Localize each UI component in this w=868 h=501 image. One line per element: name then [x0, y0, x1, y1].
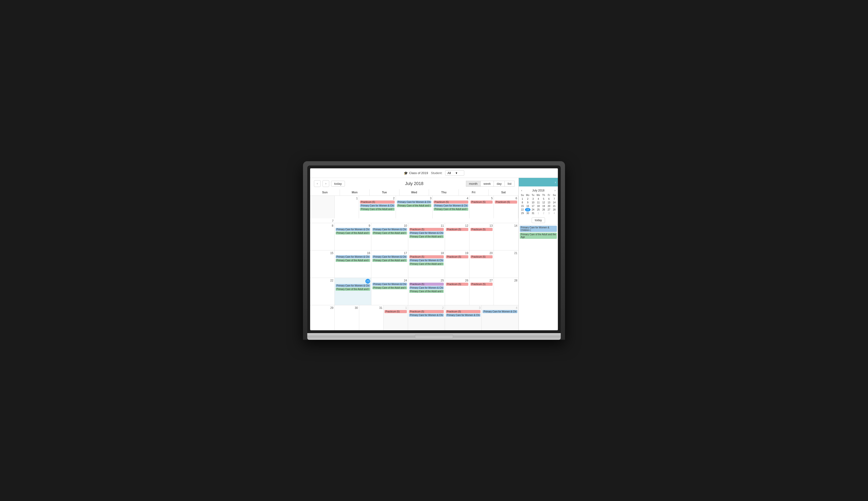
day-cell-w4d5[interactable]: 3Practicum (5)Primary Care for Women & C…	[445, 305, 482, 330]
view-list-btn[interactable]: list	[505, 181, 515, 187]
day-cell-w0d0[interactable]	[310, 196, 335, 218]
mini-day-w0d5[interactable]: 6	[546, 197, 551, 201]
day-cell-w4d6[interactable]: 4Primary Care for Women & Chi	[481, 305, 518, 330]
mini-day-w0d4[interactable]: 5	[541, 197, 546, 201]
event-w0d3-0[interactable]: Primary Care for Women & Chi	[397, 201, 432, 204]
mini-day-w4d6[interactable]: 4	[552, 212, 557, 215]
student-dropdown[interactable]: All ▾	[445, 170, 464, 176]
day-cell-w4d0[interactable]: 29	[310, 305, 335, 330]
day-cell-w4d2[interactable]: 31	[359, 305, 384, 330]
day-cell-w0d6[interactable]: 6Practicum (5)	[494, 196, 518, 218]
event-w3d2-0[interactable]: Primary Care for Women & Chi	[372, 283, 407, 286]
event-w0d2-0[interactable]: Practicum (5)	[360, 201, 395, 204]
today-btn[interactable]: today	[331, 181, 345, 187]
event-w0d4-0[interactable]: Practicum (5)	[434, 201, 468, 204]
day-cell-w0d3[interactable]: 3Primary Care for Women & ChiPrimary Car…	[396, 196, 433, 218]
event-w3d1-1[interactable]: Primary Care of the Adult and t	[336, 288, 370, 291]
right-panel-chevron[interactable]: ›	[555, 180, 556, 184]
event-w3d3-0[interactable]: Practicum (5)	[409, 283, 444, 286]
day-cell-w1d3[interactable]: 11Practicum (5)Primary Care for Women & …	[408, 223, 445, 250]
mini-day-w4d2[interactable]: 31	[530, 212, 536, 215]
day-cell-w2d5[interactable]: 20Practicum (5)	[469, 250, 494, 278]
day-cell-w2d3[interactable]: 18Practicum (5)Primary Care for Women & …	[408, 250, 445, 278]
event-w2d2-0[interactable]: Primary Care for Women & Chi	[372, 255, 407, 258]
mini-day-w2d0[interactable]: 15	[520, 204, 525, 208]
mini-day-w3d5[interactable]: 27	[546, 208, 551, 212]
day-cell-w3d5[interactable]: 27Practicum (5)	[469, 278, 494, 305]
mini-today-btn[interactable]: today	[532, 217, 545, 223]
mini-day-w3d2[interactable]: 24	[530, 208, 536, 212]
mini-day-w2d4[interactable]: 19	[541, 204, 546, 208]
day-cell-w4d1[interactable]: 30	[335, 305, 359, 330]
event-w1d3-0[interactable]: Practicum (5)	[409, 228, 444, 231]
event-w4d4-1[interactable]: Primary Care for Women & Chi	[409, 313, 444, 317]
mini-day-w3d6[interactable]: 28	[552, 208, 557, 212]
mini-day-w1d1[interactable]: 9	[525, 201, 530, 204]
next-btn[interactable]: ›	[322, 180, 329, 187]
event-w1d3-1[interactable]: Primary Care for Women & Chi	[409, 232, 444, 235]
day-cell-w1d0[interactable]: 8	[310, 223, 335, 250]
mini-day-w0d3[interactable]: 4	[536, 197, 541, 201]
mini-day-w3d1[interactable]: 23	[525, 208, 530, 212]
day-cell-w0d5[interactable]: 5Practicum (5)	[469, 196, 494, 218]
event-w3d3-1[interactable]: Primary Care for Women & Chi	[409, 286, 444, 289]
event-w0d4-1[interactable]: Primary Care for Women & Chi	[434, 204, 468, 207]
day-cell-w1d2[interactable]: 10Primary Care for Women & ChiPrimary Ca…	[371, 223, 408, 250]
prev-btn[interactable]: ‹	[314, 180, 321, 187]
event-w1d2-1[interactable]: Primary Care of the Adult and t	[372, 232, 407, 235]
event-w4d6-0[interactable]: Primary Care for Women & Chi	[483, 310, 517, 313]
event-w1d1-0[interactable]: Primary Care for Women & Chi	[336, 228, 370, 231]
event-w2d1-0[interactable]: Primary Care for Women & Chi	[336, 255, 370, 258]
event-w3d3-2[interactable]: Primary Care of the Adult and t	[409, 290, 444, 293]
mini-day-w2d1[interactable]: 16	[525, 204, 530, 208]
event-w3d5-0[interactable]: Practicum (5)	[470, 283, 493, 286]
day-cell-w1d1[interactable]: 9Primary Care for Women & ChiPrimary Car…	[335, 223, 372, 250]
event-w2d5-0[interactable]: Practicum (5)	[470, 255, 493, 258]
day-cell-w3d0[interactable]: 22	[310, 278, 335, 305]
mini-day-w2d5[interactable]: 20	[546, 204, 551, 208]
day-cell-w2d6[interactable]: 21	[494, 250, 518, 278]
event-w4d5-0[interactable]: Practicum (5)	[446, 310, 481, 313]
day-cell-w1d5[interactable]: 13Practicum (5)	[469, 223, 494, 250]
day-cell-w3d2[interactable]: 24Primary Care for Women & ChiPrimary Ca…	[371, 278, 408, 305]
event-w0d3-1[interactable]: Primary Care of the Adult and t	[397, 204, 432, 207]
event-w2d3-1[interactable]: Primary Care for Women & Chi	[409, 259, 444, 262]
day-cell-w4d3[interactable]: 1Practicum (5)	[383, 305, 408, 330]
event-w3d4-0[interactable]: Practicum (5)	[446, 283, 468, 286]
event-w2d4-0[interactable]: Practicum (5)	[446, 255, 468, 258]
day-cell-w2d4[interactable]: 19Practicum (5)	[445, 250, 469, 278]
event-w0d6-0[interactable]: Practicum (5)	[495, 201, 517, 204]
right-event-1[interactable]: Primary Care for Women & Children (	[520, 226, 557, 232]
mini-day-w4d4[interactable]: 2	[541, 212, 546, 215]
day-cell-w3d1[interactable]: 23Primary Care for Women & ChiPrimary Ca…	[335, 278, 372, 305]
event-w0d2-2[interactable]: Primary Care of the Adult and t	[360, 207, 395, 211]
view-month-btn[interactable]: month	[466, 181, 481, 187]
day-cell-w0d4[interactable]: 4Practicum (5)Primary Care for Women & C…	[433, 196, 469, 218]
event-w0d4-2[interactable]: Primary Care of the Adult and t	[434, 207, 468, 211]
mini-day-w4d5[interactable]: 3	[546, 212, 551, 215]
mini-next-btn[interactable]: ›	[553, 188, 557, 193]
day-cell-w1d6[interactable]: 14	[494, 223, 518, 250]
day-cell-w2d0[interactable]: 15	[310, 250, 335, 278]
event-w4d5-1[interactable]: Primary Care for Women & Chi	[446, 313, 481, 317]
day-cell-w2d2[interactable]: 17Primary Care for Women & ChiPrimary Ca…	[371, 250, 408, 278]
day-cell-w3d6[interactable]: 28	[494, 278, 518, 305]
event-w2d2-1[interactable]: Primary Care of the Adult and t	[372, 259, 407, 262]
event-w1d2-0[interactable]: Primary Care for Women & Chi	[372, 228, 407, 231]
mini-day-w2d3[interactable]: 18	[536, 204, 541, 208]
mini-day-w3d4[interactable]: 26	[541, 208, 546, 212]
mini-day-w2d2[interactable]: 17	[530, 204, 536, 208]
mini-day-w1d4[interactable]: 12	[541, 201, 546, 204]
event-w1d3-2[interactable]: Primary Care of the Adult and t	[409, 235, 444, 238]
mini-day-w0d6[interactable]: 7	[552, 197, 557, 201]
event-w4d4-0[interactable]: Practicum (5)	[409, 310, 444, 313]
event-w1d1-1[interactable]: Primary Care of the Adult and t	[336, 232, 370, 235]
event-w2d3-2[interactable]: Primary Care of the Adult and t	[409, 263, 444, 266]
day-cell-w1d4[interactable]: 12Practicum (5)	[445, 223, 469, 250]
event-w0d2-1[interactable]: Primary Care for Women & Chi	[360, 204, 395, 207]
event-w0d5-0[interactable]: Practicum (5)	[470, 201, 493, 204]
mini-day-w1d5[interactable]: 13	[546, 201, 551, 204]
event-w4d3-0[interactable]: Practicum (5)	[384, 310, 407, 313]
event-w1d5-0[interactable]: Practicum (5)	[470, 228, 493, 231]
day-cell-w3d4[interactable]: 26Practicum (5)	[445, 278, 469, 305]
